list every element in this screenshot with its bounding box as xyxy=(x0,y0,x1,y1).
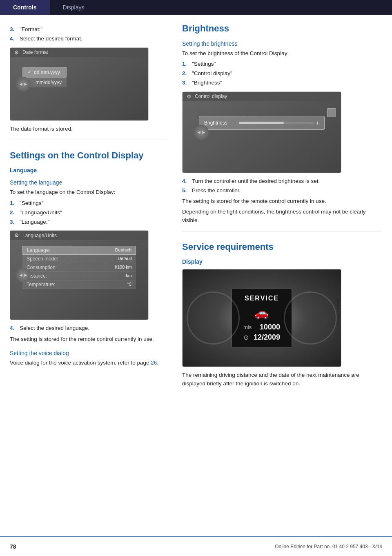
gauge-right xyxy=(284,291,337,345)
divider-right xyxy=(182,231,382,231)
tab-controls[interactable]: Controls xyxy=(0,0,50,15)
setting-stored-note-lang: The setting is stored for the remote con… xyxy=(10,335,169,343)
controller-knob-lang: ◄► xyxy=(16,268,31,282)
lang-step-2-text: "Language/Units" xyxy=(20,209,62,217)
lang-row-val-distance: km xyxy=(126,273,132,279)
right-column: Brightness Setting the brightness To set… xyxy=(182,23,382,390)
bright-step-2-text: "Control display" xyxy=(192,69,232,78)
voice-dialog-page-link[interactable]: 26 xyxy=(151,360,157,366)
lang-step-4-num: 4. xyxy=(10,324,17,332)
display-indicator xyxy=(327,108,336,117)
voice-dialog-heading: Setting the voice dialog xyxy=(10,350,169,356)
date-screen-title-bar: ⚙ Date format xyxy=(10,48,148,57)
lang-row-label-temperature: Temperature: xyxy=(27,282,56,287)
top-navigation: Controls Displays xyxy=(0,0,392,15)
bright-screen-title: Control display xyxy=(195,93,227,99)
bright-step-4: 4. Turn the controller until the desired… xyxy=(182,177,382,185)
bright-step-1: 1. "Settings" xyxy=(182,60,382,68)
lang-step-1: 1. "Settings" xyxy=(10,199,169,207)
lang-row-language: Language: Deutsch xyxy=(22,246,136,255)
date-option-2-label: mm/dd/yyyy xyxy=(36,80,62,85)
controller-knob: ◄► xyxy=(16,77,31,91)
voice-dialog-text: Voice dialog for the voice activation sy… xyxy=(10,359,169,367)
lang-row-val-consumption: l/100 km xyxy=(115,265,132,270)
brightness-slider-row: Brightness − + xyxy=(199,116,325,130)
lang-screen-title: Language/Units xyxy=(22,233,57,238)
lang-row-val-language: Deutsch xyxy=(115,247,131,253)
brightness-slider-label: Brightness xyxy=(204,120,231,126)
date-screen-title: Date format xyxy=(22,49,48,55)
voice-dialog-text-content: Voice dialog for the voice activation sy… xyxy=(10,360,149,366)
section-title-settings: Settings on the Control Display xyxy=(10,150,169,162)
brightness-heading: Brightness xyxy=(182,23,382,35)
brightness-bar xyxy=(239,122,314,124)
lang-screen-title-bar: ⚙ Language/Units xyxy=(10,231,148,240)
service-panel: SERVICE 🚗 mls 10000 ⊙ 12/2009 xyxy=(232,289,292,348)
service-data-row-date: ⊙ 12/2009 xyxy=(243,333,280,342)
bright-step-5-num: 5. xyxy=(182,187,189,195)
service-date-value: 12/2009 xyxy=(254,333,280,342)
step-4-text: Select the desired format. xyxy=(20,35,82,43)
voice-dialog-period: . xyxy=(157,360,158,366)
service-note: The remaining driving distance and the d… xyxy=(182,371,382,388)
bright-step-1-num: 1. xyxy=(182,60,189,68)
lang-step-3: 3. "Language:" xyxy=(10,218,169,226)
left-column: 3. "Format:" 4. Select the desired forma… xyxy=(10,23,169,390)
controller-knob-bright: ◄► xyxy=(194,125,209,140)
setting-language-heading: Setting the language xyxy=(10,179,169,186)
service-label: SERVICE xyxy=(243,295,280,302)
step-3-text: "Format:" xyxy=(20,25,42,33)
bright-step-5-text: Press the controller. xyxy=(192,187,241,195)
gear-icon: ⚙ xyxy=(14,49,19,56)
brightness-plus: + xyxy=(316,120,319,126)
bright-screen-title-bar: ⚙ Control display xyxy=(183,92,341,101)
bright-steps-4-5: 4. Turn the controller until the desired… xyxy=(182,177,382,195)
main-content: 3. "Format:" 4. Select the desired forma… xyxy=(0,15,392,415)
lang-step-4: 4. Select the desired language. xyxy=(10,324,169,332)
car-icon: 🚗 xyxy=(243,306,280,320)
language-heading: Language xyxy=(10,167,169,173)
gear-icon-bright: ⚙ xyxy=(187,93,192,100)
bright-step-1-text: "Settings" xyxy=(192,60,216,68)
page-number: 78 xyxy=(10,543,16,550)
bright-step-3: 3. "Brightness" xyxy=(182,79,382,87)
step-4: 4. Select the desired format. xyxy=(10,35,169,43)
lang-row-distance: Distance: km xyxy=(22,272,136,280)
service-requirements-heading: Service requirements xyxy=(182,241,382,253)
brightness-bar-fill xyxy=(239,122,284,124)
step-3-num: 3. xyxy=(10,25,17,33)
step-3: 3. "Format:" xyxy=(10,25,169,33)
lang-step-1-num: 1. xyxy=(10,199,17,207)
date-option-1: ✓ dd.mm.yyyy xyxy=(22,67,67,78)
lang-step-4-text: Select the desired language. xyxy=(20,324,89,332)
bright-step-4-text: Turn the controller until the desired br… xyxy=(192,177,320,185)
brightness-note: Depending on the light conditions, the b… xyxy=(182,208,382,225)
lang-row-speech: Speech mode: Default xyxy=(22,255,136,263)
lang-row-label-speech: Speech mode: xyxy=(27,256,58,262)
lang-row-temperature: Temperature: °C xyxy=(22,280,136,289)
brightness-minus: − xyxy=(233,120,236,126)
language-units-screen: ⚙ Language/Units ◄► Language: Deutsch Sp… xyxy=(10,230,149,320)
gauge-left xyxy=(187,291,240,345)
tab-controls-label: Controls xyxy=(13,4,37,11)
tab-displays[interactable]: Displays xyxy=(50,0,98,15)
mls-label: mls xyxy=(243,324,252,330)
date-stored-note: The date format is stored. xyxy=(10,125,169,133)
date-option-1-label: dd.mm.yyyy xyxy=(34,69,60,75)
service-data-row-mls: mls 10000 xyxy=(243,323,280,331)
brightness-intro: To set the brightness of the Control Dis… xyxy=(182,49,382,58)
lang-row-consumption: Consumption: l/100 km xyxy=(22,263,136,272)
divider-1 xyxy=(10,140,169,140)
setting-language-intro: To set the language on the Control Displ… xyxy=(10,188,169,196)
lang-row-label-language: Language: xyxy=(27,247,50,253)
date-format-screen: ⚙ Date format ◄► ✓ dd.mm.yyyy mm/dd/yyyy xyxy=(10,47,149,121)
language-table: Language: Deutsch Speech mode: Default C… xyxy=(22,246,136,289)
bright-step-2: 2. "Control display" xyxy=(182,69,382,78)
bright-step-2-num: 2. xyxy=(182,69,189,78)
bright-step-4-num: 4. xyxy=(182,177,189,185)
display-heading: Display xyxy=(182,258,382,265)
brightness-steps: 1. "Settings" 2. "Control display" 3. "B… xyxy=(182,60,382,87)
service-display-screen: SERVICE 🚗 mls 10000 ⊙ 12/2009 MX09132CAM xyxy=(182,269,341,367)
lang-step-2: 2. "Language/Units" xyxy=(10,209,169,217)
footer-edition-text: Online Edition for Part no. 01 40 2 957 … xyxy=(275,544,382,549)
